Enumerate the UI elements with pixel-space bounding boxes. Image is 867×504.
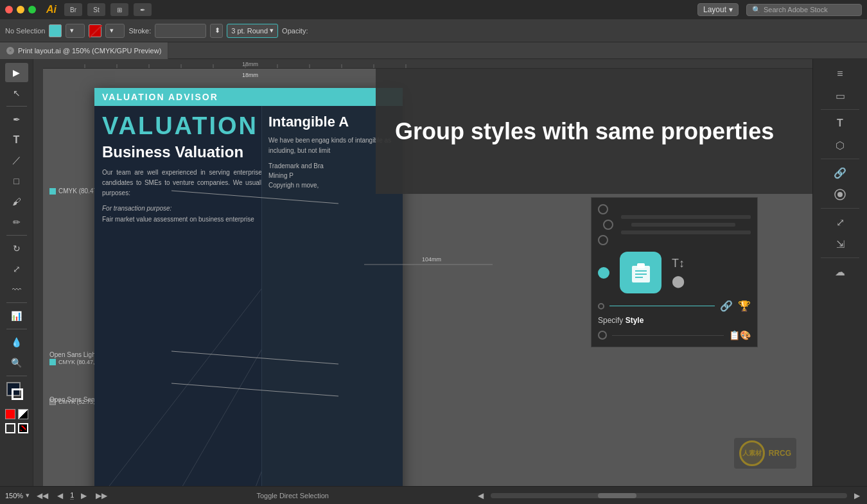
nav-first-button[interactable]: ◀◀ <box>35 491 50 500</box>
document-tab[interactable]: × Print layout.ai @ 150% (CMYK/GPU Previ… <box>0 42 168 59</box>
right-panel-icon-link[interactable]: 🔗 <box>828 163 852 182</box>
svg-text:104mm: 104mm <box>422 256 441 263</box>
zoom-control[interactable]: 150% ▾ <box>5 491 30 500</box>
panel-line-2 <box>631 223 735 227</box>
type-icon[interactable]: T↕ <box>672 257 685 270</box>
valuation-header-bar: VALUATION ADVISOR <box>102 92 218 102</box>
chevron-down-icon: ▾ <box>729 5 733 14</box>
stroke-dropdown[interactable]: ▾ <box>105 24 125 38</box>
stroke-width-dropdown[interactable]: ⬍ <box>210 24 223 38</box>
select-tool[interactable]: ▶ <box>5 63 28 82</box>
scroll-right-button[interactable]: ▶ <box>852 491 862 500</box>
search-stock-input[interactable]: 🔍 Search Adobe Stock <box>746 4 862 16</box>
tool-separator-1 <box>6 106 27 107</box>
bottom-icon-1[interactable]: 📋 <box>729 330 740 340</box>
right-panel-icon-cloud[interactable]: ☁ <box>828 262 852 281</box>
direct-select-tool[interactable]: ↖ <box>5 83 28 103</box>
main-area: ▶ ↖ ✒ T ／ □ 🖌 ✏ ↻ ⤢ 〰 📊 💧 🔍 <box>0 59 867 486</box>
fill-color-swatch[interactable] <box>49 24 62 37</box>
fill-dropdown[interactable]: ▾ <box>66 24 85 38</box>
horizontal-scrollbar[interactable] <box>491 493 847 498</box>
traffic-lights <box>5 6 36 13</box>
rp-separator-2 <box>821 159 859 159</box>
fullscreen-mode[interactable] <box>18 423 28 433</box>
rotate-tool[interactable]: ↻ <box>5 239 28 258</box>
minimize-button[interactable] <box>17 6 24 13</box>
right-panel: ≡ ▭ T ⬡ 🔗 ⤢ ⇲ ☁ <box>812 59 867 486</box>
bottom-icon-2[interactable]: 🎨 <box>740 330 751 340</box>
right-panel-icon-scale[interactable]: ⇲ <box>828 234 852 254</box>
color-circle-icon[interactable]: ⬤ <box>672 274 685 288</box>
pencil-tool[interactable]: ✏ <box>5 213 28 232</box>
stroke-color-swatch[interactable] <box>89 24 101 37</box>
maximize-button[interactable] <box>28 6 36 13</box>
right-panel-icon-menu[interactable]: ≡ <box>828 64 852 83</box>
pt-round-chevron: ▾ <box>270 26 274 35</box>
nav-prev-button[interactable]: ◀ <box>55 491 65 500</box>
svg-rect-25 <box>637 263 645 268</box>
specify-panel-inner: T↕ ⬤ 🔗 🏆 Specify Style <box>591 198 757 347</box>
ruler-horizontal: 18mm <box>33 59 812 69</box>
zoom-value: 150% <box>5 492 23 500</box>
cmyk-swatch-valuation <box>49 188 56 195</box>
line-tool[interactable]: ／ <box>5 151 28 170</box>
eyedropper-tool[interactable]: 💧 <box>5 333 28 352</box>
tab-bar: × Print layout.ai @ 150% (CMYK/GPU Previ… <box>0 42 867 59</box>
mode-indicators <box>5 409 28 419</box>
link-icon[interactable]: 🔗 <box>720 300 733 312</box>
right-panel-icon-shapes[interactable]: ⬡ <box>828 135 852 155</box>
bottom-line <box>612 335 724 336</box>
right-panel-icon-effects[interactable] <box>828 185 852 204</box>
scroll-left-button[interactable]: ◀ <box>476 491 486 500</box>
tab-close-button[interactable]: × <box>6 47 14 55</box>
specify-icon-box[interactable] <box>620 252 661 293</box>
paintbrush-tool[interactable]: 🖌 <box>5 192 28 211</box>
artboard: VALUATION ADVISOR VALUATION ADVISOR Busi… <box>94 88 403 486</box>
pt-round-dropdown[interactable]: 3 pt. Round ▾ <box>227 24 278 38</box>
svg-point-30 <box>837 192 843 197</box>
tool-separator-5 <box>6 376 27 376</box>
right-panel-icon-transform[interactable]: ⤢ <box>828 213 852 232</box>
tab-title: Print layout.ai @ 150% (CMYK/GPU Preview… <box>18 47 161 55</box>
cup-icon[interactable]: 🏆 <box>738 300 751 312</box>
radio-option-3[interactable] <box>598 235 608 245</box>
layout-icon[interactable]: ⊞ <box>110 3 128 16</box>
radio-active[interactable] <box>598 267 609 279</box>
svg-line-0 <box>89 25 102 38</box>
menu-icons: Br St ⊞ ✒ <box>64 3 152 16</box>
rp-separator-1 <box>821 109 859 110</box>
scale-tool[interactable]: ⤢ <box>5 259 28 279</box>
selection-label: No Selection <box>5 27 45 35</box>
rp-separator-4 <box>821 257 859 258</box>
layout-dropdown[interactable]: Layout ▾ <box>697 3 739 16</box>
stroke-field[interactable] <box>155 24 206 38</box>
stock-icon[interactable]: St <box>87 3 105 16</box>
zoom-tool[interactable]: 🔍 <box>5 353 28 372</box>
gradient-mode[interactable] <box>18 409 28 419</box>
nav-next-button[interactable]: ▶ <box>79 491 89 500</box>
view-modes <box>5 423 28 433</box>
type-tool[interactable]: T <box>5 130 28 150</box>
pen-icon[interactable]: ✒ <box>134 3 152 16</box>
scrollbar-thumb[interactable] <box>598 493 636 498</box>
close-button[interactable] <box>5 6 13 13</box>
normal-mode[interactable] <box>5 423 15 433</box>
shape-tool[interactable]: □ <box>5 171 28 191</box>
right-panel-icon-rect[interactable]: ▭ <box>828 86 852 105</box>
stroke-indicator[interactable] <box>12 388 23 400</box>
nav-last-button[interactable]: ▶▶ <box>94 491 109 500</box>
right-panel-icon-type[interactable]: T <box>828 114 852 133</box>
selection-tool-item: No Selection <box>5 27 45 35</box>
page-number[interactable]: 1 <box>70 491 74 500</box>
stroke-text-label: Stroke: <box>128 27 151 35</box>
color-mode[interactable] <box>5 409 15 419</box>
opacity-label: Opacity: <box>282 27 308 35</box>
artboard-top-bar: VALUATION ADVISOR <box>94 88 403 106</box>
radio-option-1[interactable] <box>598 204 608 214</box>
radio-option-2[interactable] <box>603 220 613 230</box>
graph-tool[interactable]: 📊 <box>5 306 28 326</box>
brush-icon[interactable]: Br <box>64 3 82 16</box>
warp-tool[interactable]: 〰 <box>5 280 28 299</box>
pen-tool[interactable]: ✒ <box>5 110 28 129</box>
panel-line-3 <box>621 230 751 234</box>
